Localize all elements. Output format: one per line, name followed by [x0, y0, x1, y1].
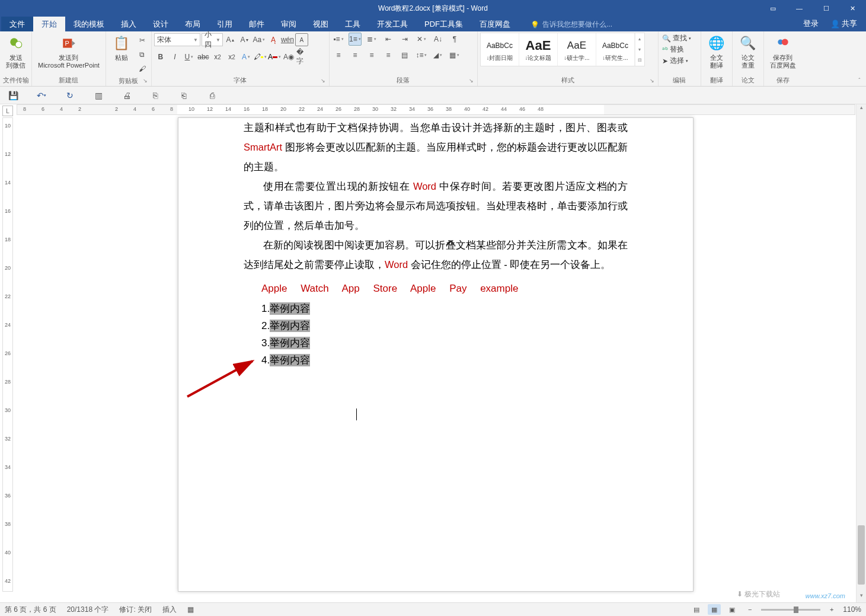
- tab-review[interactable]: 审阅: [273, 17, 305, 31]
- zoom-slider[interactable]: [761, 609, 820, 611]
- style-master[interactable]: AaE↓硕士学...: [558, 33, 596, 66]
- shrink-font-button[interactable]: A▼: [238, 33, 251, 46]
- tab-view[interactable]: 视图: [305, 17, 337, 31]
- zoom-level[interactable]: 110%: [843, 605, 861, 614]
- bold-button[interactable]: B: [154, 50, 167, 63]
- style-cover-date[interactable]: AaBbCc↓封面日期: [481, 33, 519, 66]
- italic-button[interactable]: I: [168, 50, 181, 63]
- sort-button[interactable]: A↓: [432, 33, 445, 46]
- font-name-combo[interactable]: 宋体▼: [154, 33, 200, 46]
- line-spacing-button[interactable]: ↕≡▾: [415, 49, 428, 62]
- replace-button[interactable]: ᵃᵇ替换: [661, 44, 685, 55]
- tab-mailings[interactable]: 邮件: [241, 17, 273, 31]
- styles-launcher[interactable]: ↘: [650, 78, 657, 85]
- increase-indent-button[interactable]: ⇥: [398, 33, 411, 46]
- subscript-button[interactable]: x2: [211, 50, 224, 63]
- borders-button[interactable]: ▦▾: [448, 49, 461, 62]
- paragraph-launcher[interactable]: ↘: [469, 78, 476, 85]
- font-launcher[interactable]: ↘: [321, 78, 328, 85]
- justify-button[interactable]: ≡: [382, 49, 395, 62]
- save-button[interactable]: 💾: [7, 90, 19, 101]
- tab-selector[interactable]: L: [2, 106, 13, 116]
- qat-custom3[interactable]: ⎘: [149, 90, 161, 101]
- horizontal-ruler[interactable]: 8642246810121416182022242628303234363840…: [17, 104, 855, 115]
- read-mode-button[interactable]: ▤: [690, 604, 703, 615]
- tab-tools[interactable]: 工具: [337, 17, 369, 31]
- clear-formatting-button[interactable]: wén: [281, 33, 294, 46]
- grow-font-button[interactable]: A▲: [224, 33, 237, 46]
- web-layout-button[interactable]: ▣: [726, 604, 739, 615]
- numbering-button[interactable]: 1≡▾: [349, 33, 362, 46]
- status-page[interactable]: 第 6 页，共 6 页: [5, 605, 56, 615]
- status-insert[interactable]: 插入: [162, 605, 177, 615]
- font-size-combo[interactable]: 小四▼: [202, 33, 223, 46]
- clipboard-launcher[interactable]: ↘: [143, 78, 150, 85]
- tab-home[interactable]: 开始: [33, 17, 65, 31]
- tab-baidu[interactable]: 百度网盘: [471, 17, 519, 31]
- maximize-button[interactable]: ☐: [813, 0, 839, 17]
- scroll-thumb[interactable]: [858, 525, 865, 585]
- highlight-button[interactable]: 🖍▾: [254, 50, 267, 63]
- document-page[interactable]: 主题和样式也有助于文档保持协调。当您单击设计并选择新的主题时，图片、图表或 Sm…: [178, 117, 694, 592]
- translate-button[interactable]: 🌐 全文 翻译: [704, 33, 730, 71]
- find-button[interactable]: 🔍查找▾: [661, 33, 692, 44]
- style-graduate[interactable]: AaBbCc↓研究生...: [596, 33, 635, 66]
- select-button[interactable]: ➤选择▾: [661, 55, 689, 66]
- send-to-powerpoint-button[interactable]: P 发送到 Microsoft PowerPoint: [34, 33, 103, 71]
- format-painter-button[interactable]: 🖌: [136, 62, 149, 75]
- qat-custom4[interactable]: ⎗: [178, 90, 190, 101]
- qat-custom1[interactable]: ▥: [92, 90, 104, 101]
- text-effects-button[interactable]: A▾: [239, 50, 253, 63]
- undo-button[interactable]: ↶▾: [36, 90, 47, 101]
- char-border-button[interactable]: A: [295, 33, 308, 46]
- align-left-button[interactable]: ≡: [332, 49, 345, 62]
- bullets-button[interactable]: ▪≡▾: [332, 33, 345, 46]
- tab-devtools[interactable]: 开发工具: [369, 17, 416, 31]
- copy-button[interactable]: ⧉: [136, 48, 149, 61]
- collapse-ribbon-button[interactable]: ˆ: [855, 78, 864, 84]
- vertical-scrollbar[interactable]: ▴ ▾: [856, 104, 866, 602]
- status-words[interactable]: 20/1318 个字: [67, 605, 109, 615]
- decrease-indent-button[interactable]: ⇤: [382, 33, 395, 46]
- zoom-in-button[interactable]: +: [825, 604, 838, 615]
- show-marks-button[interactable]: ¶: [448, 33, 461, 46]
- style-more[interactable]: ⊟: [635, 55, 644, 66]
- enclose-char-button[interactable]: �字: [296, 50, 309, 63]
- multilevel-button[interactable]: ≣▾: [365, 33, 378, 46]
- scroll-down-button[interactable]: ▾: [857, 592, 866, 602]
- qat-custom5[interactable]: ⎙: [206, 90, 218, 101]
- phonetic-guide-button[interactable]: Ą: [267, 33, 280, 46]
- status-revisions[interactable]: 修订: 关闭: [119, 605, 152, 615]
- font-color-button[interactable]: A▾: [268, 50, 281, 63]
- tab-insert[interactable]: 插入: [113, 17, 145, 31]
- qat-custom2[interactable]: 🖨: [121, 90, 133, 101]
- strikethrough-button[interactable]: abc: [197, 50, 210, 63]
- scroll-up-button[interactable]: ▴: [857, 104, 866, 114]
- asian-layout-button[interactable]: ✕▾: [415, 33, 428, 46]
- underline-button[interactable]: U▾: [183, 50, 196, 63]
- distribute-button[interactable]: ▤: [398, 49, 411, 62]
- superscript-button[interactable]: x2: [225, 50, 238, 63]
- tab-pdftools[interactable]: PDF工具集: [416, 17, 471, 31]
- paste-button[interactable]: 📋 粘贴: [108, 33, 135, 63]
- status-macro-icon[interactable]: ▦: [187, 605, 194, 614]
- tell-me-search[interactable]: 💡 告诉我您想要做什么...: [531, 20, 612, 31]
- vertical-ruler[interactable]: 1012141618202224262830323436384042: [2, 117, 13, 592]
- align-right-button[interactable]: ≡: [365, 49, 378, 62]
- ribbon-display-options-button[interactable]: ▭: [759, 0, 786, 17]
- cut-button[interactable]: ✂: [136, 34, 149, 47]
- zoom-out-button[interactable]: −: [743, 604, 756, 615]
- style-row-up[interactable]: ▴: [635, 33, 644, 44]
- save-baidu-button[interactable]: 保存到 百度网盘: [766, 33, 800, 71]
- char-shading-button[interactable]: A◉: [282, 50, 295, 63]
- thesis-check-button[interactable]: 🔍 论文 查重: [735, 33, 761, 71]
- style-thesis-title[interactable]: AaE↓论文标题: [519, 33, 558, 66]
- close-button[interactable]: ✕: [839, 0, 866, 17]
- share-button[interactable]: 👤 共享: [825, 16, 863, 31]
- align-center-button[interactable]: ≡: [349, 49, 362, 62]
- tab-design[interactable]: 设计: [145, 17, 177, 31]
- change-case-button[interactable]: Aa▾: [253, 33, 266, 46]
- login-button[interactable]: 登录: [797, 16, 825, 31]
- style-row-down[interactable]: ▾: [635, 44, 644, 55]
- redo-button[interactable]: ↻: [64, 90, 76, 101]
